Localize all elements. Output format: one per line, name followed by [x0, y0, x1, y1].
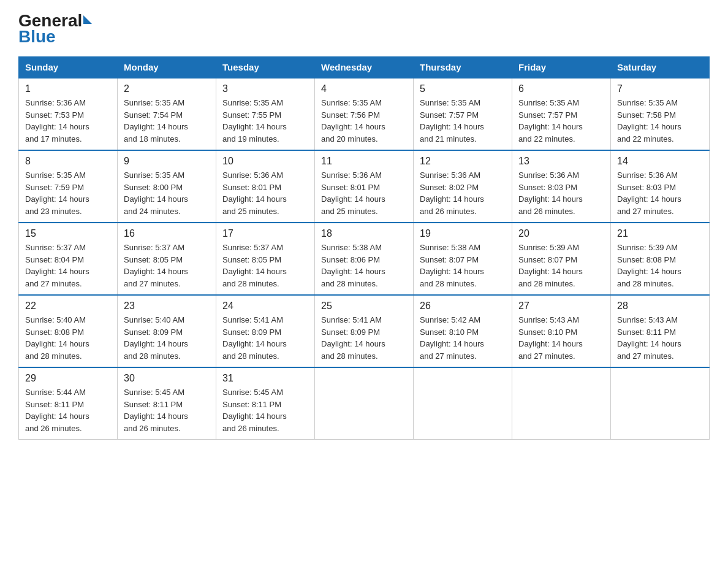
calendar-cell: 27 Sunrise: 5:43 AM Sunset: 8:10 PM Dayl…	[512, 295, 611, 367]
calendar-cell: 15 Sunrise: 5:37 AM Sunset: 8:04 PM Dayl…	[19, 223, 118, 295]
day-detail: Sunrise: 5:36 AM Sunset: 8:02 PM Dayligh…	[420, 169, 506, 217]
calendar-cell: 20 Sunrise: 5:39 AM Sunset: 8:07 PM Dayl…	[512, 223, 611, 295]
day-detail: Sunrise: 5:35 AM Sunset: 7:56 PM Dayligh…	[321, 97, 407, 145]
calendar-cell: 26 Sunrise: 5:42 AM Sunset: 8:10 PM Dayl…	[414, 295, 512, 367]
day-number: 7	[617, 83, 703, 94]
calendar-cell: 24 Sunrise: 5:41 AM Sunset: 8:09 PM Dayl…	[216, 295, 315, 367]
day-number: 10	[222, 156, 308, 167]
calendar-cell: 11 Sunrise: 5:36 AM Sunset: 8:01 PM Dayl…	[315, 150, 414, 223]
day-number: 19	[420, 228, 506, 239]
day-detail: Sunrise: 5:37 AM Sunset: 8:04 PM Dayligh…	[25, 242, 111, 289]
week-row-3: 15 Sunrise: 5:37 AM Sunset: 8:04 PM Dayl…	[19, 223, 710, 295]
day-number: 27	[518, 301, 604, 312]
day-detail: Sunrise: 5:35 AM Sunset: 7:55 PM Dayligh…	[222, 97, 308, 145]
calendar-cell: 8 Sunrise: 5:35 AM Sunset: 7:59 PM Dayli…	[19, 150, 118, 223]
day-detail: Sunrise: 5:36 AM Sunset: 8:01 PM Dayligh…	[321, 169, 407, 217]
day-number: 1	[25, 83, 111, 94]
weekday-header-row: SundayMondayTuesdayWednesdayThursdayFrid…	[19, 57, 710, 79]
calendar-cell: 29 Sunrise: 5:44 AM Sunset: 8:11 PM Dayl…	[19, 367, 118, 440]
day-number: 21	[617, 228, 703, 239]
calendar-cell: 12 Sunrise: 5:36 AM Sunset: 8:02 PM Dayl…	[414, 150, 512, 223]
day-detail: Sunrise: 5:39 AM Sunset: 8:08 PM Dayligh…	[617, 242, 703, 289]
calendar-cell: 22 Sunrise: 5:40 AM Sunset: 8:08 PM Dayl…	[19, 295, 118, 367]
day-number: 25	[321, 301, 407, 312]
day-detail: Sunrise: 5:41 AM Sunset: 8:09 PM Dayligh…	[321, 314, 407, 362]
day-detail: Sunrise: 5:36 AM Sunset: 8:01 PM Dayligh…	[222, 169, 308, 217]
calendar-cell: 14 Sunrise: 5:36 AM Sunset: 8:03 PM Dayl…	[611, 150, 710, 223]
day-detail: Sunrise: 5:40 AM Sunset: 8:08 PM Dayligh…	[25, 314, 111, 362]
day-number: 18	[321, 228, 407, 239]
day-detail: Sunrise: 5:35 AM Sunset: 7:58 PM Dayligh…	[617, 97, 703, 145]
calendar-cell: 23 Sunrise: 5:40 AM Sunset: 8:09 PM Dayl…	[118, 295, 216, 367]
day-detail: Sunrise: 5:38 AM Sunset: 8:06 PM Dayligh…	[321, 242, 407, 289]
calendar-cell: 13 Sunrise: 5:36 AM Sunset: 8:03 PM Dayl…	[512, 150, 611, 223]
page-header: General Blue	[18, 12, 710, 45]
day-detail: Sunrise: 5:44 AM Sunset: 8:11 PM Dayligh…	[25, 386, 111, 434]
day-detail: Sunrise: 5:40 AM Sunset: 8:09 PM Dayligh…	[124, 314, 210, 362]
weekday-header-tuesday: Tuesday	[216, 57, 315, 79]
day-detail: Sunrise: 5:37 AM Sunset: 8:05 PM Dayligh…	[222, 242, 308, 289]
weekday-header-wednesday: Wednesday	[315, 57, 414, 79]
day-detail: Sunrise: 5:38 AM Sunset: 8:07 PM Dayligh…	[420, 242, 506, 289]
day-detail: Sunrise: 5:35 AM Sunset: 7:54 PM Dayligh…	[124, 97, 210, 145]
day-number: 12	[420, 156, 506, 167]
day-detail: Sunrise: 5:39 AM Sunset: 8:07 PM Dayligh…	[518, 242, 604, 289]
day-detail: Sunrise: 5:35 AM Sunset: 8:00 PM Dayligh…	[124, 169, 210, 217]
day-number: 30	[124, 373, 210, 384]
calendar-cell: 1 Sunrise: 5:36 AM Sunset: 7:53 PM Dayli…	[19, 78, 118, 150]
calendar-cell: 10 Sunrise: 5:36 AM Sunset: 8:01 PM Dayl…	[216, 150, 315, 223]
calendar-cell	[315, 367, 414, 440]
day-detail: Sunrise: 5:41 AM Sunset: 8:09 PM Dayligh…	[222, 314, 308, 362]
calendar-cell: 21 Sunrise: 5:39 AM Sunset: 8:08 PM Dayl…	[611, 223, 710, 295]
day-number: 3	[222, 83, 308, 94]
day-number: 5	[420, 83, 506, 94]
day-detail: Sunrise: 5:42 AM Sunset: 8:10 PM Dayligh…	[420, 314, 506, 362]
calendar-cell: 16 Sunrise: 5:37 AM Sunset: 8:05 PM Dayl…	[118, 223, 216, 295]
day-number: 13	[518, 156, 604, 167]
calendar-cell: 2 Sunrise: 5:35 AM Sunset: 7:54 PM Dayli…	[118, 78, 216, 150]
day-detail: Sunrise: 5:43 AM Sunset: 8:11 PM Dayligh…	[617, 314, 703, 362]
day-number: 2	[124, 83, 210, 94]
day-number: 26	[420, 301, 506, 312]
calendar-cell: 17 Sunrise: 5:37 AM Sunset: 8:05 PM Dayl…	[216, 223, 315, 295]
calendar-cell: 30 Sunrise: 5:45 AM Sunset: 8:11 PM Dayl…	[118, 367, 216, 440]
day-number: 24	[222, 301, 308, 312]
day-number: 23	[124, 301, 210, 312]
day-detail: Sunrise: 5:35 AM Sunset: 7:59 PM Dayligh…	[25, 169, 111, 217]
day-number: 9	[124, 156, 210, 167]
weekday-header-thursday: Thursday	[414, 57, 512, 79]
calendar-cell: 18 Sunrise: 5:38 AM Sunset: 8:06 PM Dayl…	[315, 223, 414, 295]
week-row-1: 1 Sunrise: 5:36 AM Sunset: 7:53 PM Dayli…	[19, 78, 710, 150]
day-number: 14	[617, 156, 703, 167]
calendar-cell	[414, 367, 512, 440]
calendar-cell: 28 Sunrise: 5:43 AM Sunset: 8:11 PM Dayl…	[611, 295, 710, 367]
day-detail: Sunrise: 5:36 AM Sunset: 7:53 PM Dayligh…	[25, 97, 111, 145]
calendar-cell: 25 Sunrise: 5:41 AM Sunset: 8:09 PM Dayl…	[315, 295, 414, 367]
calendar-cell: 19 Sunrise: 5:38 AM Sunset: 8:07 PM Dayl…	[414, 223, 512, 295]
day-number: 31	[222, 373, 308, 384]
calendar-cell: 5 Sunrise: 5:35 AM Sunset: 7:57 PM Dayli…	[414, 78, 512, 150]
logo-blue-text: Blue	[18, 28, 56, 45]
week-row-2: 8 Sunrise: 5:35 AM Sunset: 7:59 PM Dayli…	[19, 150, 710, 223]
day-number: 6	[518, 83, 604, 94]
weekday-header-sunday: Sunday	[19, 57, 118, 79]
week-row-4: 22 Sunrise: 5:40 AM Sunset: 8:08 PM Dayl…	[19, 295, 710, 367]
week-row-5: 29 Sunrise: 5:44 AM Sunset: 8:11 PM Dayl…	[19, 367, 710, 440]
calendar-cell: 31 Sunrise: 5:45 AM Sunset: 8:11 PM Dayl…	[216, 367, 315, 440]
day-detail: Sunrise: 5:36 AM Sunset: 8:03 PM Dayligh…	[518, 169, 604, 217]
day-detail: Sunrise: 5:36 AM Sunset: 8:03 PM Dayligh…	[617, 169, 703, 217]
day-number: 4	[321, 83, 407, 94]
weekday-header-friday: Friday	[512, 57, 611, 79]
day-detail: Sunrise: 5:43 AM Sunset: 8:10 PM Dayligh…	[518, 314, 604, 362]
day-number: 16	[124, 228, 210, 239]
calendar-cell	[611, 367, 710, 440]
calendar-cell: 9 Sunrise: 5:35 AM Sunset: 8:00 PM Dayli…	[118, 150, 216, 223]
calendar-cell: 6 Sunrise: 5:35 AM Sunset: 7:57 PM Dayli…	[512, 78, 611, 150]
day-number: 11	[321, 156, 407, 167]
day-number: 17	[222, 228, 308, 239]
weekday-header-saturday: Saturday	[611, 57, 710, 79]
day-detail: Sunrise: 5:35 AM Sunset: 7:57 PM Dayligh…	[518, 97, 604, 145]
calendar-cell: 4 Sunrise: 5:35 AM Sunset: 7:56 PM Dayli…	[315, 78, 414, 150]
day-number: 22	[25, 301, 111, 312]
calendar-cell: 7 Sunrise: 5:35 AM Sunset: 7:58 PM Dayli…	[611, 78, 710, 150]
